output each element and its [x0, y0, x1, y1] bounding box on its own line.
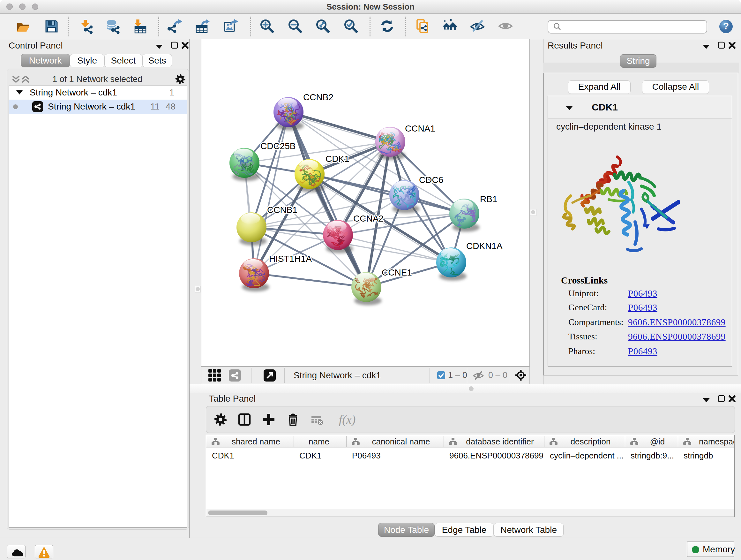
svg-text:CDC6: CDC6: [419, 175, 443, 185]
svg-text:CCNB1: CCNB1: [267, 205, 297, 215]
svg-text:CDC25B: CDC25B: [260, 141, 295, 151]
svg-text:CDKN1A: CDKN1A: [466, 241, 502, 251]
svg-text:CDK1: CDK1: [326, 154, 349, 164]
svg-text:CCNA2: CCNA2: [353, 213, 384, 224]
svg-text:CCNA1: CCNA1: [405, 124, 435, 133]
svg-text:?: ?: [723, 21, 729, 31]
svg-text:RB1: RB1: [480, 194, 497, 204]
svg-text:HIST1H1A: HIST1H1A: [269, 254, 312, 264]
svg-text:CCNE1: CCNE1: [382, 267, 412, 277]
svg-text:CCNB2: CCNB2: [303, 92, 333, 102]
